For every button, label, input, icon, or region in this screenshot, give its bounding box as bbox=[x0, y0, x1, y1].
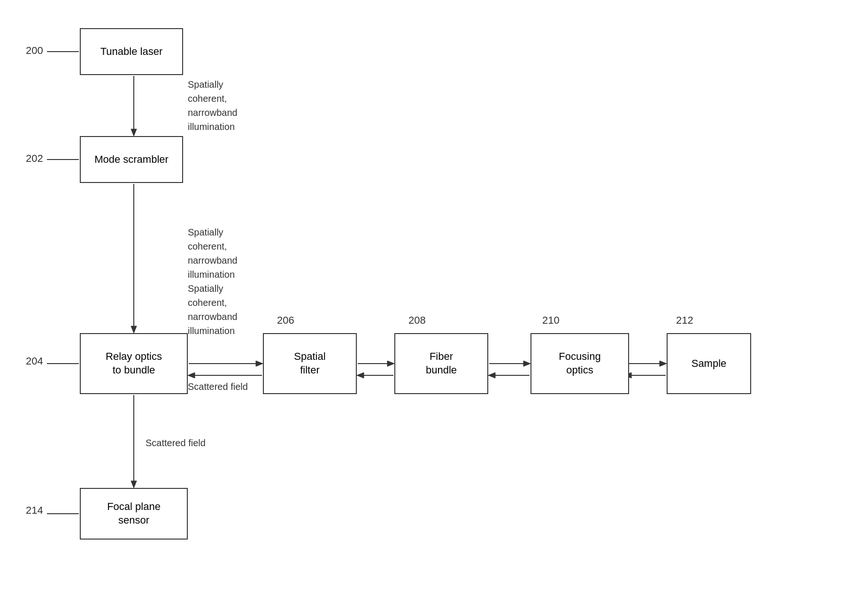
ref-206: 206 bbox=[277, 314, 294, 327]
ref-214: 214 bbox=[26, 504, 43, 517]
tunable-laser-box: Tunable laser bbox=[80, 28, 183, 75]
ref-212: 212 bbox=[676, 314, 693, 327]
focusing-optics-box: Focusingoptics bbox=[530, 333, 629, 394]
svg-marker-15 bbox=[488, 373, 495, 378]
mode-scrambler-box: Mode scrambler bbox=[80, 136, 183, 183]
sample-box: Sample bbox=[667, 333, 751, 394]
label-scattered-field-1: Scattered field bbox=[188, 380, 248, 393]
label-spatially-coherent-3: Spatiallycoherent,narrowbandillumination bbox=[188, 281, 238, 338]
svg-marker-1 bbox=[131, 129, 137, 136]
ref-204: 204 bbox=[26, 355, 43, 367]
ref-202: 202 bbox=[26, 152, 43, 165]
focal-plane-sensor-box: Focal planesensor bbox=[80, 488, 188, 540]
label-spatially-coherent-1: Spatiallycoherent,narrowbandillumination bbox=[188, 77, 238, 134]
svg-marker-11 bbox=[660, 361, 667, 366]
svg-marker-3 bbox=[131, 326, 137, 333]
ref-200: 200 bbox=[26, 45, 43, 57]
relay-optics-box: Relay opticsto bundle bbox=[80, 333, 188, 394]
svg-marker-19 bbox=[188, 373, 195, 378]
fiber-bundle-box: Fiberbundle bbox=[394, 333, 488, 394]
svg-marker-17 bbox=[357, 373, 364, 378]
ref-208: 208 bbox=[408, 314, 426, 327]
label-scattered-field-2: Scattered field bbox=[146, 436, 206, 449]
svg-marker-7 bbox=[387, 361, 394, 366]
svg-marker-9 bbox=[523, 361, 530, 366]
diagram-container: Tunable laser Mode scrambler Relay optic… bbox=[0, 0, 861, 616]
svg-marker-5 bbox=[256, 361, 263, 366]
ref-210: 210 bbox=[542, 314, 560, 327]
spatial-filter-box: Spatialfilter bbox=[263, 333, 357, 394]
svg-marker-21 bbox=[131, 481, 137, 488]
label-spatially-coherent-2: Spatiallycoherent,narrowbandillumination bbox=[188, 225, 238, 281]
